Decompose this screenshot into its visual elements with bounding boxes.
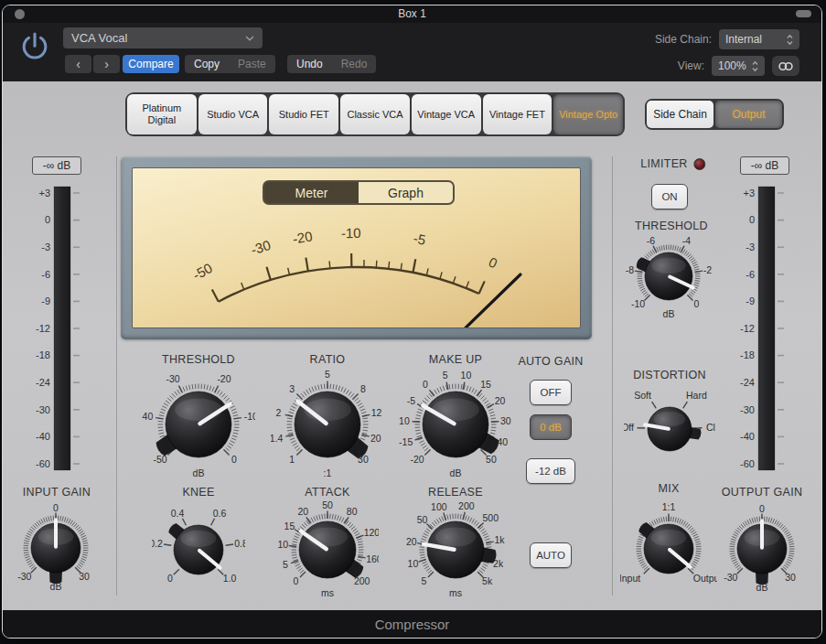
svg-text:Output: Output: [693, 573, 717, 584]
svg-text:Soft: Soft: [634, 390, 651, 401]
svg-text:-12: -12: [740, 323, 755, 334]
compare-button[interactable]: Compare: [123, 55, 179, 73]
undo-redo-group: Undo Redo: [287, 55, 376, 73]
svg-text:2: 2: [275, 407, 281, 418]
limiter-label: LIMITER: [640, 157, 687, 170]
svg-text:-6: -6: [647, 235, 655, 246]
make-up-label: MAKE UP: [429, 353, 482, 366]
svg-text:0: 0: [293, 575, 298, 586]
auto-gain-0db-button[interactable]: 0 dB: [530, 414, 572, 440]
output-level-readout: -∞ dB: [740, 156, 789, 175]
attack-knob[interactable]: 051015205080120160200ms: [276, 499, 379, 605]
redo-button[interactable]: Redo: [332, 58, 377, 70]
threshold-knob[interactable]: -50-40-30-20-100dB: [142, 368, 255, 485]
tab-vintage-vca[interactable]: Vintage VCA: [412, 94, 481, 134]
svg-text:0.6: 0.6: [213, 508, 227, 519]
svg-text:dB: dB: [193, 467, 205, 478]
preset-dropdown[interactable]: VCA Vocal: [63, 27, 263, 48]
copy-paste-group: Copy Paste: [185, 55, 275, 73]
output-gain-knob[interactable]: 0-3030dB: [715, 502, 809, 599]
svg-text:0: 0: [53, 502, 59, 513]
svg-text:0: 0: [167, 573, 173, 584]
tab-vintage-opto[interactable]: Vintage Opto: [553, 94, 623, 134]
tab-studio-fet[interactable]: Studio FET: [269, 94, 338, 134]
output-gain-label: OUTPUT GAIN: [722, 486, 803, 499]
limiter-row: LIMITER: [640, 157, 705, 170]
tab-classic-vca[interactable]: Classic VCA: [340, 94, 410, 134]
mix-label: MIX: [658, 482, 679, 495]
power-icon: [16, 28, 53, 69]
svg-text:-10: -10: [399, 415, 410, 426]
input-gain-knob[interactable]: 0-3030dB: [9, 501, 102, 598]
preset-nav: ‹ ›: [65, 55, 120, 73]
auto-release-button[interactable]: AUTO: [530, 542, 572, 568]
toggle-side-chain[interactable]: Side Chain: [647, 101, 713, 128]
svg-text:1: 1: [289, 454, 295, 465]
svg-text:10: 10: [408, 558, 419, 569]
ratio-label: RATIO: [310, 353, 346, 366]
svg-text:5: 5: [325, 369, 330, 380]
distortion-knob[interactable]: OffSoftHardClip: [624, 383, 715, 478]
release-knob[interactable]: 51020501002005001k2k5kms: [404, 499, 507, 605]
svg-text:-30: -30: [724, 572, 737, 583]
make-up-knob[interactable]: -20-15-10-505101520304050dB: [399, 368, 512, 485]
svg-text:+3: +3: [38, 188, 50, 199]
auto-gain-minus12db-button[interactable]: -12 dB: [526, 458, 575, 484]
view-label: View:: [678, 59, 704, 72]
power-button[interactable]: [14, 26, 56, 71]
svg-text::1: :1: [324, 467, 332, 478]
auto-gain-label: AUTO GAIN: [518, 355, 583, 368]
link-button[interactable]: [772, 56, 799, 76]
side-chain-output-toggle: Side Chain Output: [645, 99, 784, 130]
view-zoom-value: 100%: [718, 59, 746, 72]
view-zoom-dropdown[interactable]: 100%: [712, 56, 765, 76]
limiter-on-button[interactable]: ON: [651, 184, 688, 209]
window-title: Box 1: [3, 7, 821, 20]
svg-text:10: 10: [461, 370, 472, 381]
svg-text:0: 0: [759, 503, 765, 514]
svg-text:dB: dB: [756, 582, 768, 593]
svg-text:0.4: 0.4: [171, 508, 185, 519]
svg-text:dB: dB: [450, 467, 462, 478]
svg-text:-10: -10: [244, 411, 255, 422]
svg-text:-40: -40: [740, 431, 755, 442]
tab-studio-vca[interactable]: Studio VCA: [198, 94, 268, 134]
svg-text:-9: -9: [746, 295, 755, 306]
tab-graph[interactable]: Graph: [359, 182, 453, 203]
undo-button[interactable]: Undo: [287, 58, 332, 70]
paste-button[interactable]: Paste: [229, 58, 275, 70]
svg-text:-8: -8: [626, 264, 634, 275]
auto-gain-off-button[interactable]: OFF: [530, 380, 572, 405]
svg-text:-2: -2: [703, 264, 712, 275]
svg-text:ms: ms: [321, 587, 334, 598]
svg-text:15: 15: [284, 521, 295, 531]
svg-text:-3: -3: [746, 242, 755, 252]
input-gain-label: INPUT GAIN: [23, 486, 91, 499]
svg-text:-18: -18: [740, 349, 755, 360]
vu-meter-face: -50-30-20-10-50 Meter Graph: [132, 167, 581, 328]
knee-knob[interactable]: 00.20.40.60.81.0: [152, 503, 245, 600]
side-chain-dropdown[interactable]: Internal: [719, 29, 799, 49]
svg-text:10: 10: [277, 539, 288, 550]
svg-text:-24: -24: [36, 377, 50, 388]
plugin-name: Compressor: [375, 617, 450, 632]
prev-preset-button[interactable]: ‹: [65, 55, 91, 73]
copy-button[interactable]: Copy: [185, 58, 229, 70]
svg-text:0: 0: [487, 253, 500, 271]
svg-text:Hard: Hard: [686, 390, 707, 401]
svg-text:20: 20: [370, 433, 381, 444]
mix-knob[interactable]: 1:1InputOutput: [620, 500, 717, 601]
ratio-knob[interactable]: 11.42358122030:1: [271, 368, 384, 485]
svg-text:30: 30: [358, 454, 369, 465]
svg-text:0: 0: [231, 454, 237, 465]
limiter-threshold-knob[interactable]: -10-8-6-4-20dB: [623, 231, 714, 326]
toggle-output[interactable]: Output: [715, 101, 782, 128]
svg-text:0: 0: [423, 379, 428, 390]
svg-text:200: 200: [354, 575, 370, 586]
tab-platinum-digital[interactable]: Platinum Digital: [127, 94, 197, 134]
tab-vintage-fet[interactable]: Vintage FET: [483, 94, 552, 134]
svg-text:0.2: 0.2: [152, 538, 163, 549]
svg-text:5: 5: [443, 370, 448, 381]
tab-meter[interactable]: Meter: [264, 182, 359, 203]
next-preset-button[interactable]: ›: [93, 55, 120, 73]
